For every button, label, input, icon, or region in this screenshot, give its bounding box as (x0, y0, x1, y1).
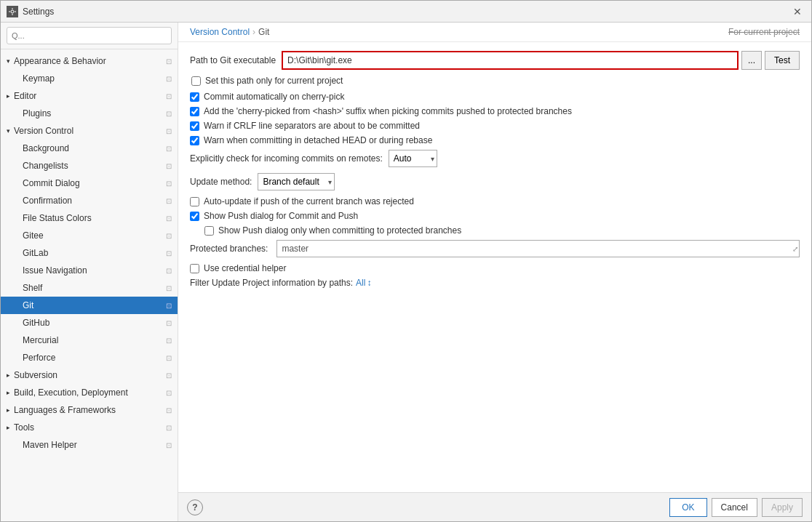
label-cherry-picked-suffix[interactable]: Add the 'cherry-picked from <hash>' suff… (204, 106, 572, 116)
sidebar-item-changelists[interactable]: Changelists⊡ (1, 157, 178, 174)
tree-item-label: Maven Helper (23, 440, 77, 450)
checkbox-crlf[interactable] (190, 121, 199, 131)
sidebar-item-version-control[interactable]: ▾Version Control⊡ (1, 122, 178, 140)
sidebar-item-git[interactable]: Git⊡ (1, 297, 178, 314)
titlebar-left: Settings (7, 6, 54, 17)
titlebar: Settings ✕ (1, 1, 811, 23)
label-credential[interactable]: Use credential helper (204, 263, 286, 273)
apply-button[interactable]: Apply (762, 498, 803, 517)
checkbox-auto-update[interactable] (190, 197, 199, 206)
tree-item-label: Build, Execution, Deployment (14, 388, 128, 398)
cancel-button[interactable]: Cancel (712, 498, 757, 517)
sidebar-item-build[interactable]: ▸Build, Execution, Deployment⊡ (1, 384, 178, 401)
sidebar-item-editor[interactable]: ▸Editor⊡ (1, 87, 178, 105)
sidebar-item-perforce[interactable]: Perforce⊡ (1, 349, 178, 366)
tree-item-label: Changelists (23, 161, 68, 171)
sidebar-item-file-status-colors[interactable]: File Status Colors⊡ (1, 209, 178, 227)
tree-item-icon: ⊡ (166, 284, 172, 292)
sidebar-item-commit-dialog[interactable]: Commit Dialog⊡ (1, 174, 178, 192)
breadcrumb-version-control[interactable]: Version Control (190, 27, 250, 37)
tree: ▾Appearance & Behavior⊡Keymap⊡▸Editor⊡Pl… (1, 49, 178, 521)
label-detached-head[interactable]: Warn when committing in detached HEAD or… (204, 135, 432, 145)
help-button[interactable]: ? (187, 499, 203, 515)
incoming-commits-label: Explicitly check for incoming commits on… (190, 153, 383, 164)
current-project-link[interactable]: For current project (728, 27, 800, 37)
update-method-row: Update method: Branch default Merge Reba… (190, 173, 800, 190)
tree-item-icon: ⊡ (166, 424, 172, 432)
close-button[interactable]: ✕ (789, 4, 805, 20)
checkbox-cherry-pick[interactable] (190, 92, 199, 102)
sidebar-item-languages[interactable]: ▸Languages & Frameworks⊡ (1, 401, 178, 419)
test-button[interactable]: Test (765, 51, 800, 70)
checkbox-show-push[interactable] (190, 212, 199, 221)
sidebar-item-issue-navigation[interactable]: Issue Navigation⊡ (1, 262, 178, 279)
update-method-select[interactable]: Branch default Merge Rebase (258, 173, 335, 190)
svg-point-0 (11, 10, 14, 13)
set-path-checkbox[interactable] (191, 76, 201, 86)
tree-item-icon: ⊡ (166, 372, 172, 380)
checkbox-cherry-picked-suffix[interactable] (190, 107, 199, 116)
sidebar-item-subversion[interactable]: ▸Subversion⊡ (1, 366, 178, 384)
form-area: Path to Git executable ... Test Set this… (178, 42, 811, 492)
sidebar-item-keymap[interactable]: Keymap⊡ (1, 70, 178, 87)
protected-input-container: ⤢ (276, 240, 800, 257)
checkbox-row-1: Commit automatically on cherry-pick (190, 92, 800, 102)
filter-link[interactable]: All ↕ (356, 278, 371, 288)
tree-item-label: Keymap (23, 73, 55, 84)
tree-item-icon: ⊡ (166, 145, 172, 153)
path-input-container: ... Test (282, 51, 800, 70)
sidebar-item-gitlab[interactable]: GitLab⊡ (1, 244, 178, 262)
checkbox-credential[interactable] (190, 264, 199, 273)
sidebar-item-tools[interactable]: ▸Tools⊡ (1, 419, 178, 436)
tree-item-icon: ⊡ (166, 214, 172, 222)
ok-button[interactable]: OK (669, 498, 706, 517)
checkbox-detached-head[interactable] (190, 136, 199, 145)
protected-branches-row: Protected branches: ⤢ (190, 240, 800, 257)
incoming-commits-select[interactable]: Auto Always Never (389, 150, 437, 167)
sidebar-item-shelf[interactable]: Shelf⊡ (1, 279, 178, 297)
breadcrumb-git: Git (258, 27, 269, 37)
tree-arrow-right: ▸ (4, 406, 12, 414)
tree-arrow-down: ▾ (4, 127, 12, 135)
tree-item-label: Version Control (14, 126, 73, 136)
set-path-label[interactable]: Set this path only for current project (205, 76, 343, 86)
sidebar-item-plugins[interactable]: Plugins⊡ (1, 105, 178, 122)
path-input[interactable] (282, 51, 739, 70)
tree-item-label: Appearance & Behavior (14, 56, 106, 66)
tree-item-icon: ⊡ (166, 180, 172, 188)
tree-item-label: Gitee (23, 230, 44, 241)
tree-item-icon: ⊡ (166, 441, 172, 449)
search-input[interactable] (7, 27, 172, 44)
label-auto-update[interactable]: Auto-update if push of the current branc… (204, 196, 414, 206)
tree-item-label: Plugins (23, 108, 51, 119)
bottom-left: ? (187, 499, 203, 515)
sidebar-item-confirmation[interactable]: Confirmation⊡ (1, 192, 178, 209)
bottom-bar: ? OK Cancel Apply (178, 492, 811, 521)
label-crlf[interactable]: Warn if CRLF line separators are about t… (204, 121, 420, 131)
protected-branches-input[interactable] (276, 240, 800, 257)
search-box (1, 23, 178, 49)
tree-item-icon: ⊡ (166, 337, 172, 345)
sidebar-item-mercurial[interactable]: Mercurial⊡ (1, 332, 178, 349)
sidebar-item-maven-helper[interactable]: Maven Helper⊡ (1, 436, 178, 454)
label-show-push[interactable]: Show Push dialog for Commit and Push (204, 211, 358, 221)
tree-item-icon: ⊡ (166, 197, 172, 205)
tree-item-label: Issue Navigation (23, 265, 87, 276)
breadcrumb-separator: › (252, 27, 255, 37)
filter-arrow: ↕ (367, 278, 371, 288)
tree-item-label: Git (23, 300, 33, 310)
tree-item-icon: ⊡ (166, 232, 172, 240)
sidebar-item-background[interactable]: Background⊡ (1, 140, 178, 157)
expand-icon[interactable]: ⤢ (792, 245, 798, 253)
sidebar-item-gitee[interactable]: Gitee⊡ (1, 227, 178, 244)
label-cherry-pick[interactable]: Commit automatically on cherry-pick (204, 92, 344, 102)
sidebar-item-appearance[interactable]: ▾Appearance & Behavior⊡ (1, 52, 178, 70)
sidebar-item-github[interactable]: GitHub⊡ (1, 314, 178, 332)
tree-arrow-right: ▸ (4, 92, 12, 100)
label-show-push-protected[interactable]: Show Push dialog only when committing to… (218, 225, 461, 236)
browse-button[interactable]: ... (741, 51, 762, 70)
checkbox-show-push-protected[interactable] (204, 226, 214, 236)
path-label: Path to Git executable (190, 55, 276, 65)
tree-item-icon: ⊡ (166, 406, 172, 414)
sidebar: ▾Appearance & Behavior⊡Keymap⊡▸Editor⊡Pl… (1, 23, 178, 521)
